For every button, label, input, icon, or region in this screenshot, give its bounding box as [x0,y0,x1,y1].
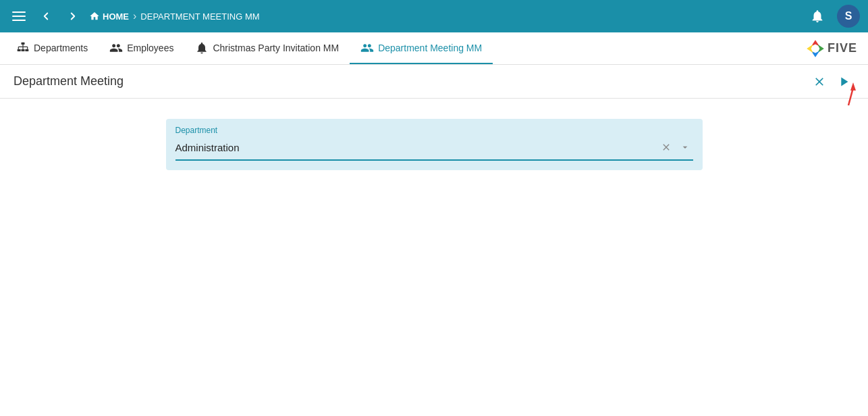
breadcrumb-current-page: DEPARTMENT MEETING MM [140,11,259,22]
notifications-button[interactable] [806,5,829,28]
meeting-icon [360,41,374,55]
top-bar-left: HOME › DEPARTMENT MEETING MM [8,5,260,27]
field-actions [658,139,693,155]
main-content: Department Administration [0,99,868,184]
run-button[interactable] [833,71,855,93]
svg-rect-3 [25,49,28,51]
forward-button[interactable] [62,5,84,27]
tab-departments[interactable]: Departments [5,32,99,64]
hamburger-menu-button[interactable] [8,5,30,27]
close-icon [813,75,826,88]
svg-rect-1 [18,49,21,51]
home-icon [89,11,100,22]
tab-department-meeting-label: Department Meeting MM [378,43,482,53]
page-title: Department Meeting [13,74,124,88]
field-clear-button[interactable] [658,139,674,155]
page-header-actions [809,71,855,93]
secondary-navigation: Departments Employees Christmas Party In… [0,32,868,65]
close-button[interactable] [809,71,830,93]
svg-rect-0 [22,42,25,44]
breadcrumb: HOME › DEPARTMENT MEETING MM [89,10,260,22]
tab-department-meeting[interactable]: Department Meeting MM [350,32,493,64]
field-underline [175,159,693,161]
field-dropdown-button[interactable] [677,139,693,155]
svg-rect-2 [22,49,25,51]
five-logo-icon [805,38,826,59]
bell-nav-icon [195,41,209,55]
home-breadcrumb[interactable]: HOME [89,11,129,22]
department-field-container: Department Administration [166,119,703,170]
back-button[interactable] [35,5,57,27]
chevron-down-icon [680,142,690,153]
breadcrumb-separator: › [133,10,136,22]
department-field-value: Administration [175,142,240,153]
employees-icon [109,41,123,55]
hamburger-icon [12,11,26,21]
tab-christmas[interactable]: Christmas Party Invitation MM [184,32,350,64]
tab-employees[interactable]: Employees [99,32,184,64]
bell-icon [810,9,825,24]
clear-icon [661,142,672,153]
top-navigation-bar: HOME › DEPARTMENT MEETING MM S [0,0,868,32]
five-logo: FIVE [805,38,857,59]
page-header: Department Meeting [0,65,868,99]
forward-arrow-icon [67,10,79,22]
home-label: HOME [103,11,129,22]
nav-tabs: Departments Employees Christmas Party In… [5,32,493,64]
avatar-letter: S [845,10,852,22]
play-icon [836,74,851,89]
five-logo-text: FIVE [828,41,857,55]
top-bar-right: S [806,5,860,28]
department-field-label: Department [175,126,693,135]
org-chart-icon [16,41,30,55]
user-avatar-button[interactable]: S [837,5,860,28]
tab-christmas-label: Christmas Party Invitation MM [213,43,339,53]
back-arrow-icon [40,10,52,22]
svg-marker-12 [807,44,813,53]
department-field-row: Administration [175,139,693,155]
tab-employees-label: Employees [127,43,173,53]
tab-departments-label: Departments [34,43,88,53]
